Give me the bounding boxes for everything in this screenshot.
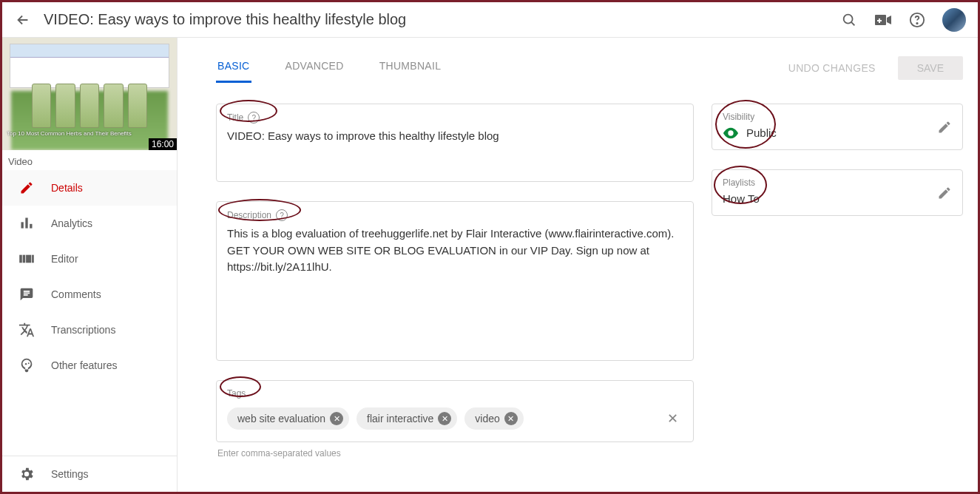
- visibility-box[interactable]: Visibility Public: [712, 104, 963, 150]
- svg-rect-7: [25, 218, 27, 229]
- tag-chip: web site evaluation✕: [227, 407, 349, 430]
- sidebar-item-label: Details: [51, 182, 83, 194]
- svg-rect-6: [21, 222, 24, 228]
- title-label: Title: [227, 112, 243, 123]
- clear-tags-icon[interactable]: ✕: [663, 410, 683, 427]
- avatar[interactable]: [942, 8, 966, 32]
- thumbnail-caption: Top 10 Most Common Herbs and Their Benef…: [7, 130, 132, 137]
- tag-label: flair interactive: [367, 413, 433, 424]
- edit-icon[interactable]: [937, 120, 952, 135]
- main-content: BASICADVANCEDTHUMBNAIL UNDO CHANGES SAVE…: [178, 38, 978, 492]
- tabs: BASICADVANCEDTHUMBNAIL: [216, 53, 778, 83]
- playlists-box[interactable]: Playlists How To: [712, 169, 963, 216]
- tag-label: web site evaluation: [237, 413, 325, 424]
- description-input[interactable]: This is a blog evaluation of treehuggerl…: [227, 226, 683, 351]
- sidebar-item-label: Editor: [51, 253, 78, 265]
- sidebar-section-label: Video: [2, 150, 177, 170]
- search-icon[interactable]: [840, 11, 858, 29]
- description-field[interactable]: Description ? This is a blog evaluation …: [216, 201, 694, 361]
- sidebar-item-details[interactable]: Details: [2, 170, 177, 206]
- edit-icon[interactable]: [937, 186, 952, 200]
- playlists-value: How To: [723, 192, 760, 205]
- svg-point-13: [25, 363, 27, 365]
- nav-icon: [18, 215, 35, 231]
- visibility-label: Visibility: [723, 112, 952, 122]
- tab-thumbnail[interactable]: THUMBNAIL: [378, 53, 443, 83]
- sidebar-item-label: Analytics: [51, 217, 92, 229]
- help-icon[interactable]: ?: [248, 112, 260, 124]
- tags-field[interactable]: Tags web site evaluation✕flair interacti…: [216, 380, 694, 442]
- tag-chip: flair interactive✕: [356, 407, 457, 430]
- title-field[interactable]: Title ? VIDEO: Easy ways to improve this…: [216, 104, 694, 182]
- tab-basic[interactable]: BASIC: [216, 53, 251, 83]
- svg-rect-11: [26, 255, 31, 263]
- svg-rect-3: [877, 20, 882, 21]
- video-thumbnail[interactable]: Top 10 Most Common Herbs and Their Benef…: [2, 38, 177, 150]
- description-label: Description: [227, 210, 271, 220]
- save-button[interactable]: SAVE: [898, 56, 963, 80]
- sidebar-nav: DetailsAnalyticsEditorCommentsTranscript…: [2, 170, 177, 456]
- svg-rect-9: [19, 255, 22, 263]
- eye-icon: [723, 127, 739, 139]
- remove-tag-icon[interactable]: ✕: [438, 412, 451, 425]
- sidebar-item-editor[interactable]: Editor: [2, 241, 177, 277]
- page-title: VIDEO: Easy ways to improve this healthy…: [44, 11, 840, 28]
- svg-point-15: [729, 132, 732, 135]
- sidebar-item-other-features[interactable]: Other features: [2, 348, 177, 383]
- svg-rect-10: [23, 255, 26, 263]
- top-bar: VIDEO: Easy ways to improve this healthy…: [2, 2, 978, 38]
- sidebar-item-label: Transcriptions: [51, 324, 115, 336]
- remove-tag-icon[interactable]: ✕: [504, 412, 518, 425]
- visibility-value: Public: [746, 126, 777, 139]
- nav-icon: [18, 251, 35, 267]
- sidebar-item-label: Comments: [51, 288, 101, 300]
- nav-icon: [18, 357, 35, 373]
- sidebar-item-settings[interactable]: Settings: [2, 456, 177, 492]
- sidebar-item-label: Settings: [51, 468, 89, 480]
- help-icon[interactable]: ?: [276, 209, 288, 221]
- sidebar-item-comments[interactable]: Comments: [2, 277, 177, 312]
- tab-advanced[interactable]: ADVANCED: [284, 53, 345, 83]
- title-input[interactable]: VIDEO: Easy ways to improve this healthy…: [227, 128, 683, 146]
- gear-icon: [18, 466, 35, 482]
- create-video-icon[interactable]: [874, 11, 892, 29]
- svg-point-0: [844, 14, 853, 23]
- nav-icon: [18, 180, 35, 196]
- back-arrow-icon[interactable]: [14, 11, 32, 29]
- playlists-label: Playlists: [723, 177, 952, 188]
- tags-label: Tags: [227, 388, 246, 399]
- tags-helper: Enter comma-separated values: [216, 448, 694, 459]
- sidebar-item-label: Other features: [51, 359, 118, 371]
- video-duration: 16:00: [149, 138, 177, 150]
- tag-label: video: [475, 413, 499, 424]
- sidebar-item-analytics[interactable]: Analytics: [2, 206, 177, 241]
- sidebar: Top 10 Most Common Herbs and Their Benef…: [2, 38, 178, 492]
- undo-button[interactable]: UNDO CHANGES: [778, 56, 886, 80]
- svg-point-5: [916, 22, 917, 23]
- remove-tag-icon[interactable]: ✕: [330, 412, 343, 425]
- svg-rect-12: [32, 255, 34, 263]
- nav-icon: [18, 322, 35, 338]
- sidebar-item-transcriptions[interactable]: Transcriptions: [2, 312, 177, 348]
- svg-rect-8: [30, 224, 32, 229]
- help-icon[interactable]: [908, 11, 926, 29]
- nav-icon: [18, 286, 35, 302]
- svg-point-14: [28, 362, 30, 364]
- tags-chips: web site evaluation✕flair interactive✕vi…: [227, 403, 683, 433]
- header-actions: [840, 8, 966, 32]
- tag-chip: video✕: [464, 407, 523, 430]
